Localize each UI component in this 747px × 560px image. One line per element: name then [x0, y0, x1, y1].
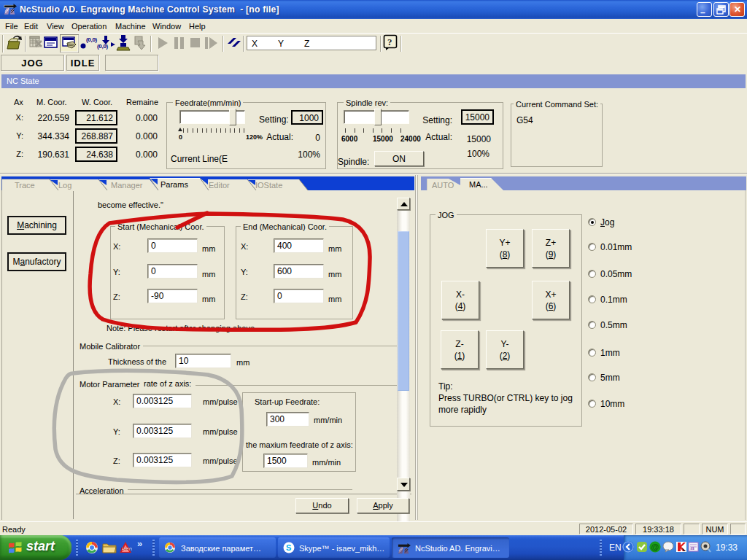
svg-text:n: n — [691, 544, 694, 551]
svg-text:?: ? — [387, 36, 392, 47]
svg-text:(0,0): (0,0) — [86, 36, 98, 43]
svg-text:(0,0): (0,0) — [97, 43, 109, 50]
svg-text:S: S — [286, 543, 291, 552]
svg-text:@: @ — [651, 542, 659, 551]
svg-text:ABBYY: ABBYY — [122, 548, 132, 551]
